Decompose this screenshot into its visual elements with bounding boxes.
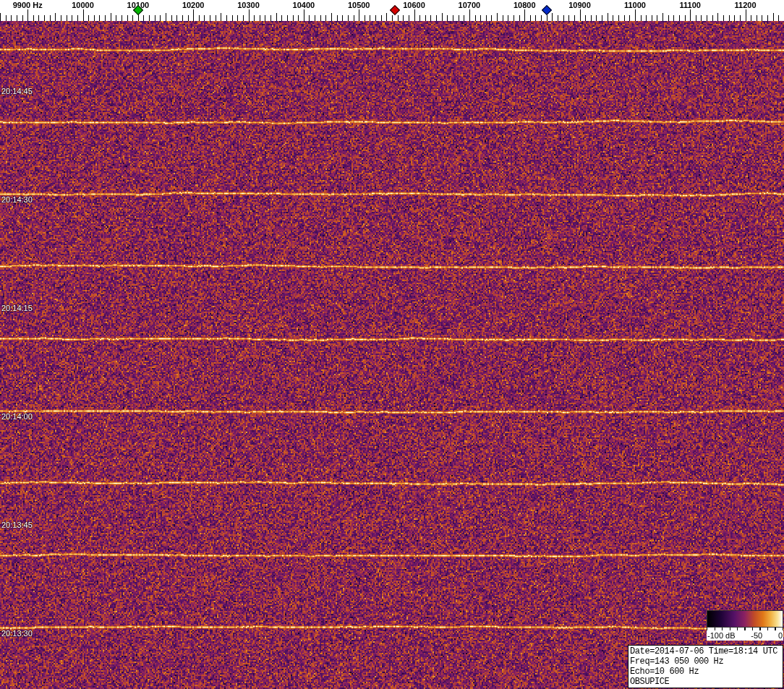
freq-tick-label: 11000 bbox=[624, 1, 646, 9]
freq-tick-label: 9900 Hz bbox=[13, 1, 43, 9]
colorbar-label-min: -100 dB bbox=[707, 631, 736, 640]
spectrogram-canvas[interactable] bbox=[0, 21, 784, 689]
freq-tick-label: 10400 bbox=[293, 1, 315, 9]
time-tick-label: 20:14:00 bbox=[1, 412, 33, 421]
time-tick-label: 20:13:30 bbox=[1, 629, 33, 638]
colorbar-label-max: 0 bbox=[778, 631, 783, 640]
time-tick-label: 20:14:45 bbox=[1, 87, 33, 95]
info-line-frequency: Freq=143 050 000 Hz bbox=[630, 656, 781, 667]
colorbar: -100 dB -50 0 bbox=[707, 610, 783, 641]
waterfall-area: 20:14:4520:14:3020:14:1520:14:0020:13:45… bbox=[0, 21, 784, 689]
spectrogram-window: 9900 Hz100001010010200103001040010500106… bbox=[0, 0, 784, 689]
time-tick-label: 20:14:30 bbox=[1, 195, 33, 204]
freq-tick-label: 10900 bbox=[568, 1, 591, 9]
freq-tick-label: 10000 bbox=[72, 1, 94, 9]
frequency-ruler: 9900 Hz100001010010200103001040010500106… bbox=[0, 0, 784, 21]
freq-tick-label: 10800 bbox=[514, 1, 536, 9]
time-tick-label: 20:14:15 bbox=[1, 304, 33, 312]
info-line-date-time: Date=2014-07-06 Time=18:14 UTC bbox=[630, 646, 781, 656]
colorbar-label-mid: -50 bbox=[751, 631, 762, 640]
time-tick-label: 20:13:45 bbox=[1, 521, 33, 529]
freq-tick-label: 10300 bbox=[237, 1, 260, 9]
colorbar-gradient bbox=[707, 610, 783, 628]
info-line-echo: Echo=10 600 Hz bbox=[630, 667, 781, 677]
info-box: Date=2014-07-06 Time=18:14 UTC Freq=143 … bbox=[628, 645, 783, 688]
freq-tick-label: 10600 bbox=[403, 1, 425, 9]
freq-tick-label: 11200 bbox=[735, 1, 757, 9]
freq-tick-label: 10200 bbox=[182, 1, 205, 9]
info-line-station: OBSUPICE bbox=[630, 677, 781, 687]
colorbar-labels: -100 dB -50 0 bbox=[707, 630, 783, 641]
freq-tick-label: 11100 bbox=[680, 1, 701, 9]
freq-tick-label: 10700 bbox=[459, 1, 481, 9]
freq-tick-label: 10500 bbox=[348, 1, 370, 9]
